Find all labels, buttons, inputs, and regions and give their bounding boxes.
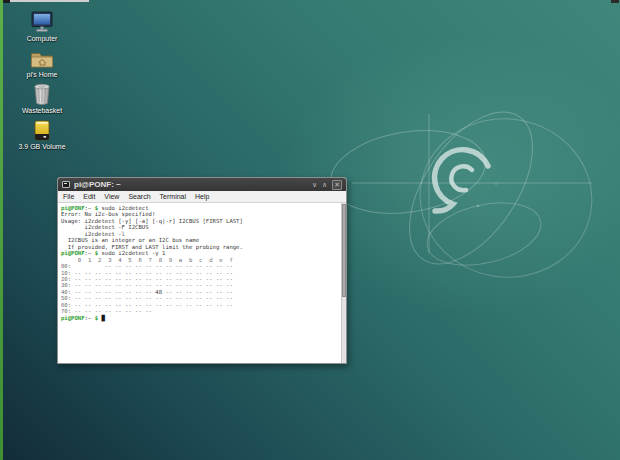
menu-view[interactable]: View <box>104 193 119 200</box>
terminal-output: pi@PONF:~ $ sudo i2cdetectError: No i2c-… <box>61 205 339 321</box>
terminal-menubar: File Edit View Search Terminal Help <box>58 191 346 203</box>
window-title: pi@PONF: ~ <box>74 180 312 189</box>
desktop-icon-wastebasket[interactable]: Wastebasket <box>6 83 78 116</box>
top-left-panel-nub <box>3 0 10 3</box>
desktop-icon-pis-home[interactable]: pi's Home <box>6 47 78 80</box>
desktop-icon-label: pi's Home <box>27 70 58 79</box>
terminal-window-icon <box>62 181 70 188</box>
scrollbar-thumb[interactable] <box>342 204 346 297</box>
shade-button[interactable]: ∨ <box>312 181 317 189</box>
desktop-icon-volume[interactable]: 3.9 GB Volume <box>6 119 78 152</box>
menu-terminal[interactable]: Terminal <box>160 193 186 200</box>
window-controls: ∨ ∧ ✕ <box>312 180 342 190</box>
wastebasket-icon <box>32 83 52 105</box>
desktop-icon-column: Computer pi's Home <box>6 11 78 152</box>
terminal-line: pi@PONF:~ $ █ <box>61 315 339 321</box>
menu-file[interactable]: File <box>63 193 74 200</box>
menu-help[interactable]: Help <box>195 193 209 200</box>
close-button[interactable]: ✕ <box>332 180 342 190</box>
window-titlebar[interactable]: pi@PONF: ~ ∨ ∧ ✕ <box>58 178 346 191</box>
top-panel-sliver <box>9 0 89 2</box>
computer-icon <box>29 11 55 33</box>
desktop-icon-label: Wastebasket <box>22 106 62 115</box>
menu-search[interactable]: Search <box>128 193 150 200</box>
left-edge-green-stripe <box>0 0 3 460</box>
top-right-panel-nub <box>611 0 619 3</box>
terminal-window: pi@PONF: ~ ∨ ∧ ✕ File Edit View Search T… <box>57 177 347 364</box>
home-folder-icon <box>29 47 55 69</box>
desktop-icon-computer[interactable]: Computer <box>6 11 78 44</box>
disk-volume-icon <box>33 119 51 141</box>
terminal-content[interactable]: pi@PONF:~ $ sudo i2cdetectError: No i2c-… <box>58 203 346 363</box>
scrollbar[interactable] <box>341 203 346 363</box>
maximize-button[interactable]: ∧ <box>322 181 327 189</box>
desktop: Computer pi's Home <box>0 0 620 460</box>
desktop-icon-label: Computer <box>27 34 58 43</box>
desktop-icon-label: 3.9 GB Volume <box>18 142 65 151</box>
menu-edit[interactable]: Edit <box>83 193 95 200</box>
